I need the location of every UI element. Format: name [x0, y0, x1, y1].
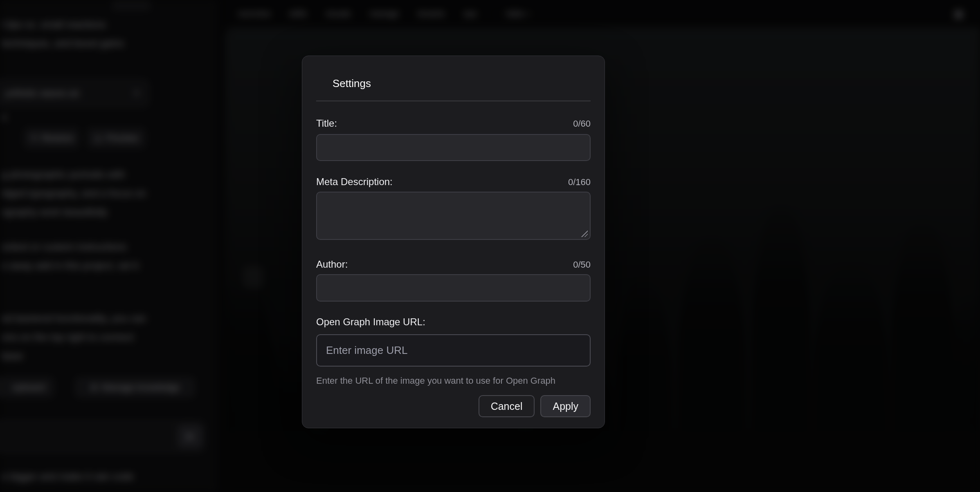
meta-description-textarea[interactable]	[316, 192, 591, 240]
meta-description-char-counter: 0/160	[568, 177, 591, 188]
title-field-label: Title:	[316, 118, 337, 129]
og-image-url-field-label: Open Graph Image URL:	[316, 316, 425, 328]
title-char-counter: 0/60	[573, 119, 591, 129]
modal-title: Settings	[333, 77, 591, 90]
apply-button[interactable]: Apply	[540, 395, 591, 417]
title-input[interactable]	[316, 134, 591, 161]
og-image-url-helper-text: Enter the URL of the image you want to u…	[316, 376, 591, 386]
meta-description-field-label: Meta Description:	[316, 176, 393, 188]
divider	[316, 101, 591, 101]
author-char-counter: 0/50	[573, 259, 591, 270]
cancel-button[interactable]: Cancel	[479, 395, 535, 417]
author-input[interactable]	[316, 274, 591, 302]
author-field-label: Author:	[316, 259, 348, 270]
og-image-url-input[interactable]	[316, 334, 591, 367]
settings-modal: Settings Title: 0/60 Meta Description: 0…	[302, 56, 605, 428]
resize-handle-icon[interactable]	[581, 230, 588, 237]
app-screen: t tips vs. small reactions techniques, a…	[0, 0, 980, 492]
